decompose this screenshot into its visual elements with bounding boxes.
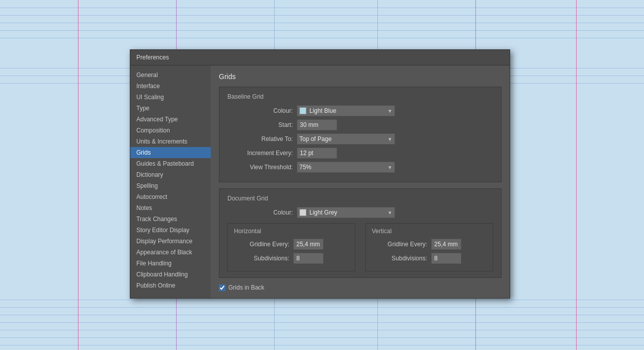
- v-subdivisions-row: Subdivisions:: [372, 253, 487, 264]
- sidebar-item-type[interactable]: Type: [130, 103, 211, 114]
- baseline-threshold-value: 75%: [299, 164, 311, 171]
- h-line: [0, 315, 644, 315]
- grids-in-back-row: Grids in Back: [219, 284, 502, 291]
- baseline-start-input[interactable]: [297, 119, 337, 130]
- baseline-colour-value: Light Blue: [309, 107, 336, 114]
- sidebar-item-units-increments[interactable]: Units & Increments: [130, 136, 211, 147]
- dialog-titlebar: Preferences: [130, 50, 510, 65]
- baseline-colour-select[interactable]: Light Blue ▼: [297, 105, 395, 116]
- document-grid-title: Document Grid: [227, 195, 493, 202]
- sidebar-item-autocorrect[interactable]: Autocorrect: [130, 191, 211, 202]
- baseline-start-row: Start:: [227, 119, 493, 130]
- sidebar-item-notes[interactable]: Notes: [130, 202, 211, 214]
- sidebar-item-appearance-black[interactable]: Appearance of Black: [130, 247, 211, 258]
- h-gridline-input[interactable]: [293, 239, 324, 250]
- baseline-increment-row: Increment Every:: [227, 148, 493, 159]
- sidebar-item-track-changes[interactable]: Track Changes: [130, 214, 211, 225]
- dialog-body: General Interface UI Scaling Type Advanc…: [130, 65, 510, 298]
- sidebar-item-composition[interactable]: Composition: [130, 125, 211, 136]
- grids-in-back-checkbox[interactable]: [219, 285, 225, 291]
- h-line: [0, 307, 644, 308]
- doc-colour-value: Light Grey: [309, 209, 337, 216]
- v-line-pink: [78, 0, 78, 350]
- v-gridline-input[interactable]: [431, 239, 461, 250]
- baseline-relative-select[interactable]: Top of Page ▼: [297, 133, 395, 145]
- sidebar-item-clipboard[interactable]: Clipboard Handling: [130, 269, 211, 280]
- doc-colour-swatch: [299, 209, 306, 216]
- baseline-increment-label: Increment Every:: [227, 150, 293, 157]
- sidebar-item-ui-scaling[interactable]: UI Scaling: [130, 92, 211, 103]
- baseline-colour-arrow-icon: ▼: [384, 108, 392, 114]
- h-line: [0, 8, 644, 8]
- sidebar-item-story-editor[interactable]: Story Editor Display: [130, 225, 211, 236]
- baseline-relative-select-inner: Top of Page: [299, 135, 384, 143]
- vertical-section: Vertical Gridline Every: Subdivisions:: [365, 223, 493, 271]
- baseline-start-label: Start:: [227, 121, 293, 128]
- h-gridline-row: Gridline Every:: [234, 239, 349, 250]
- grids-in-back-label: Grids in Back: [228, 284, 264, 291]
- v-gridline-label: Gridline Every:: [372, 241, 427, 248]
- vertical-title: Vertical: [372, 228, 487, 235]
- h-subdivisions-label: Subdivisions:: [234, 255, 289, 262]
- v-subdivisions-input[interactable]: [431, 253, 461, 264]
- sidebar-item-interface[interactable]: Interface: [130, 81, 211, 92]
- doc-colour-label: Colour:: [227, 209, 293, 216]
- doc-colour-select[interactable]: Light Grey ▼: [297, 207, 395, 218]
- h-subdivisions-row: Subdivisions:: [234, 253, 349, 264]
- doc-colour-arrow-icon: ▼: [384, 210, 392, 216]
- h-line: [0, 15, 644, 16]
- dialog-title: Preferences: [136, 54, 169, 61]
- baseline-relative-arrow-icon: ▼: [384, 136, 392, 142]
- doc-colour-row: Colour: Light Grey ▼: [227, 207, 493, 218]
- baseline-relative-label: Relative To:: [227, 135, 293, 143]
- sidebar-item-dictionary[interactable]: Dictionary: [130, 169, 211, 180]
- sidebar-item-grids[interactable]: Grids: [130, 147, 211, 158]
- sidebar-item-file-handling[interactable]: File Handling: [130, 258, 211, 269]
- content-panel: Grids Baseline Grid Colour: Light Blue ▼: [211, 65, 510, 298]
- sidebar-item-publish-online[interactable]: Publish Online: [130, 280, 211, 291]
- v-gridline-row: Gridline Every:: [372, 239, 487, 250]
- doc-colour-select-inner: Light Grey: [299, 209, 384, 216]
- h-line: [0, 345, 644, 345]
- preferences-dialog: Preferences General Interface UI Scaling…: [130, 49, 510, 299]
- baseline-colour-row: Colour: Light Blue ▼: [227, 105, 493, 116]
- baseline-grid-section: Baseline Grid Colour: Light Blue ▼ Start…: [219, 87, 502, 182]
- sidebar: General Interface UI Scaling Type Advanc…: [130, 65, 211, 298]
- h-line: [0, 337, 644, 338]
- baseline-threshold-label: View Threshold:: [227, 164, 293, 171]
- h-line: [0, 38, 644, 38]
- sidebar-item-display-performance[interactable]: Display Performance: [130, 236, 211, 247]
- h-line: [0, 30, 644, 31]
- sidebar-item-advanced-type[interactable]: Advanced Type: [130, 114, 211, 125]
- section-title: Grids: [219, 73, 502, 81]
- hz-vt-container: Horizontal Gridline Every: Subdivisions:…: [227, 223, 493, 271]
- h-gridline-label: Gridline Every:: [234, 241, 289, 248]
- baseline-relative-value: Top of Page: [299, 135, 332, 143]
- baseline-relative-row: Relative To: Top of Page ▼: [227, 133, 493, 145]
- baseline-colour-label: Colour:: [227, 107, 293, 114]
- baseline-increment-input[interactable]: [297, 148, 337, 159]
- baseline-threshold-row: View Threshold: 75% ▼: [227, 162, 493, 173]
- h-line: [0, 322, 644, 323]
- sidebar-item-general[interactable]: General: [130, 69, 211, 81]
- sidebar-item-spelling[interactable]: Spelling: [130, 180, 211, 191]
- baseline-threshold-arrow-icon: ▼: [384, 165, 392, 170]
- document-grid-section: Document Grid Colour: Light Grey ▼: [219, 188, 502, 278]
- baseline-threshold-select[interactable]: 75% ▼: [297, 162, 395, 173]
- h-line: [0, 23, 644, 23]
- baseline-threshold-select-inner: 75%: [299, 164, 384, 171]
- h-line: [0, 330, 644, 330]
- baseline-colour-swatch: [299, 107, 306, 114]
- baseline-grid-title: Baseline Grid: [227, 93, 493, 100]
- horizontal-section: Horizontal Gridline Every: Subdivisions:: [227, 223, 355, 271]
- h-line: [0, 300, 644, 300]
- baseline-colour-select-inner: Light Blue: [299, 107, 384, 114]
- h-subdivisions-input[interactable]: [293, 253, 324, 264]
- sidebar-item-guides-pasteboard[interactable]: Guides & Pasteboard: [130, 158, 211, 169]
- horizontal-title: Horizontal: [234, 228, 349, 235]
- v-line-pink: [576, 0, 577, 350]
- v-subdivisions-label: Subdivisions:: [372, 255, 427, 262]
